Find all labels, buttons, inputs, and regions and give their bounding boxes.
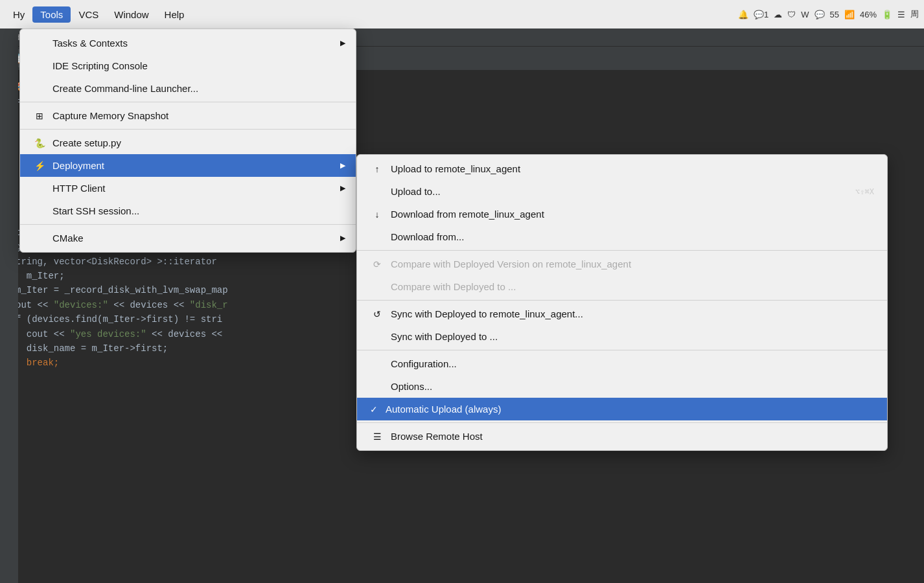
wechat-icon: 💬 [814,10,825,19]
menu-icon: ☰ [897,10,905,19]
menubar-item-hy[interactable]: Hy [5,6,32,23]
left-sidebar [0,29,18,583]
submenu-configuration[interactable]: Configuration... [357,352,887,375]
shield-icon: 🛡 [787,10,796,19]
notification-icon: 🔔 [738,10,748,19]
menu-item-tasks-contexts[interactable]: Tasks & Contexts [20,32,356,54]
deployment-submenu: ↑ Upload to remote_linux_agent Upload to… [356,154,888,451]
deployment-icon: ⚡ [33,161,46,171]
battery-icon: 🔋 [882,10,892,19]
auto-upload-check-icon: ✓ [370,404,378,415]
submenu-auto-upload[interactable]: ✓ Automatic Upload (always) [357,398,887,420]
upload-remote-icon: ↑ [370,164,384,174]
menu-item-ssh[interactable]: Start SSH session... [20,200,356,222]
compare-version-icon: ⟳ [370,259,384,269]
download-remote-icon: ↓ [370,209,384,220]
menubar-right: 🔔 💬1 ☁ 🛡 W 💬 55 📶 46% 🔋 ☰ 周 [738,8,919,20]
submenu-browse-remote[interactable]: ☰ Browse Remote Host [357,425,887,448]
submenu-upload-remote[interactable]: ↑ Upload to remote_linux_agent [357,157,887,180]
menu-item-ide-scripting[interactable]: IDE Scripting Console [20,54,356,77]
menubar: Hy Tools VCS Window Help 🔔 💬1 ☁ 🛡 W 💬 55… [0,0,924,29]
sync-remote-icon: ↺ [370,309,384,319]
submenu-sync-to[interactable]: Sync with Deployed to ... [357,325,887,348]
chinese-char: 周 [910,8,919,20]
submenu-sep-1 [357,250,887,251]
submenu-upload-to[interactable]: Upload to... ⌥⇧⌘X [357,180,887,203]
separator-2 [20,129,356,130]
tools-dropdown: Tasks & Contexts IDE Scripting Console C… [19,29,356,253]
menubar-item-help[interactable]: Help [157,6,192,23]
wifi-strength: 55 [830,10,839,19]
submenu-sync-remote[interactable]: ↺ Sync with Deployed to remote_linux_age… [357,303,887,325]
menu-item-capture-memory[interactable]: ⊞ Capture Memory Snapshot [20,104,356,127]
wifi-icon: 📶 [844,10,855,19]
separator-1 [20,102,356,102]
menu-item-http-client[interactable]: HTTP Client [20,177,356,200]
capture-icon: ⊞ [33,111,46,121]
submenu-download-from[interactable]: Download from... [357,225,887,248]
browse-remote-icon: ☰ [370,431,384,442]
menu-item-create-setup[interactable]: 🐍 Create setup.py [20,131,356,154]
submenu-sep-2 [357,300,887,301]
submenu-compare-to: Compare with Deployed to ... [357,275,887,298]
battery-percent: 46% [860,10,877,19]
setup-icon: 🐍 [33,138,46,148]
submenu-sep-4 [357,422,887,423]
menubar-item-window[interactable]: Window [106,6,156,23]
menu-item-create-launcher[interactable]: Create Command-line Launcher... [20,77,356,100]
menu-item-deployment[interactable]: ⚡ Deployment ↑ Upload to remote_linux_ag… [20,154,356,177]
w-icon: W [801,10,809,19]
submenu-sep-3 [357,350,887,350]
submenu-compare-version: ⟳ Compare with Deployed Version on remot… [357,253,887,275]
menu-item-cmake[interactable]: CMake [20,227,356,249]
chat-icon: 💬1 [754,10,768,19]
menubar-item-tools[interactable]: Tools [32,6,71,23]
separator-3 [20,224,356,225]
submenu-download-remote[interactable]: ↓ Download from remote_linux_agent [357,203,887,225]
upload-to-shortcut: ⌥⇧⌘X [855,187,874,196]
cloud-icon: ☁ [774,10,782,19]
menubar-item-vcs[interactable]: VCS [71,6,106,23]
submenu-options[interactable]: Options... [357,375,887,398]
